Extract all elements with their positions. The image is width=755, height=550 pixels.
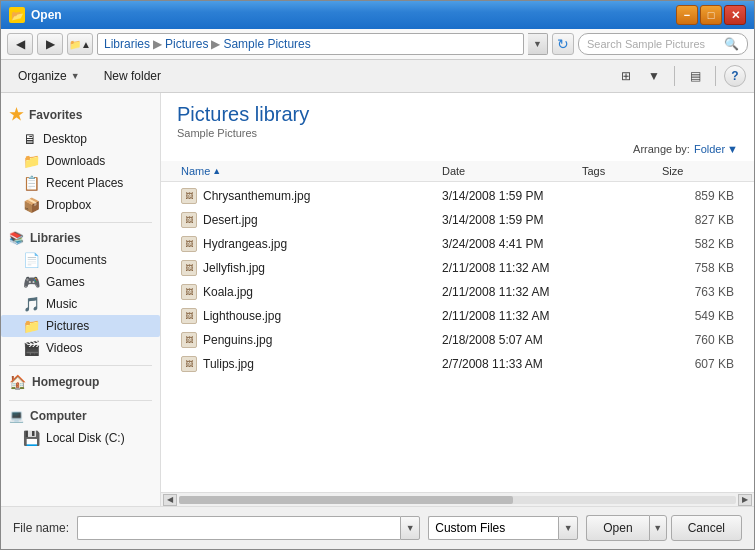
table-row[interactable]: 🖼 Koala.jpg 2/11/2008 11:32 AM 763 KB	[161, 280, 754, 304]
file-icon: 🖼	[181, 188, 197, 204]
breadcrumb-pictures[interactable]: Pictures	[165, 37, 208, 51]
file-icon: 🖼	[181, 260, 197, 276]
breadcrumb-libraries[interactable]: Libraries	[104, 37, 150, 51]
table-row[interactable]: 🖼 Lighthouse.jpg 2/11/2008 11:32 AM 549 …	[161, 304, 754, 328]
open-dialog: 📂 Open − □ ✕ ◀ ▶ 📁▲ Libraries ▶ Pictures…	[0, 0, 755, 550]
file-size-cell: 760 KB	[658, 330, 738, 350]
sidebar-divider-1	[9, 222, 152, 223]
cancel-button[interactable]: Cancel	[671, 515, 742, 541]
sidebar-item-music[interactable]: 🎵 Music	[1, 293, 160, 315]
search-box[interactable]: Search Sample Pictures 🔍	[578, 33, 748, 55]
sidebar-item-recent-places[interactable]: 📋 Recent Places	[1, 172, 160, 194]
close-button[interactable]: ✕	[724, 5, 746, 25]
scroll-left-arrow[interactable]: ◀	[163, 494, 177, 506]
file-name-cell: 🖼 Penguins.jpg	[177, 330, 438, 350]
sidebar-item-desktop[interactable]: 🖥 Desktop	[1, 128, 160, 150]
open-button[interactable]: Open	[586, 515, 648, 541]
file-name: Jellyfish.jpg	[203, 261, 265, 275]
sidebar-item-documents[interactable]: 📄 Documents	[1, 249, 160, 271]
arrange-bar: Arrange by: Folder ▼	[161, 143, 754, 161]
sidebar-item-label: Documents	[46, 253, 107, 267]
sidebar-item-downloads[interactable]: 📁 Downloads	[1, 150, 160, 172]
favorites-label: Favorites	[29, 108, 82, 122]
file-tags-cell	[578, 330, 658, 350]
arrange-label: Arrange by:	[633, 143, 690, 155]
library-title: Pictures library	[177, 103, 738, 126]
file-icon: 🖼	[181, 356, 197, 372]
col-name[interactable]: Name ▲	[177, 163, 438, 179]
search-icon: 🔍	[724, 37, 739, 51]
table-row[interactable]: 🖼 Tulips.jpg 2/7/2008 11:33 AM 607 KB	[161, 352, 754, 376]
sidebar-item-local-disk[interactable]: 💾 Local Disk (C:)	[1, 427, 160, 449]
filename-input-wrap: ▼	[77, 516, 420, 540]
breadcrumb-dropdown[interactable]: ▼	[528, 33, 548, 55]
scroll-right-arrow[interactable]: ▶	[738, 494, 752, 506]
col-size[interactable]: Size	[658, 163, 738, 179]
file-area: Pictures library Sample Pictures Arrange…	[161, 93, 754, 506]
file-icon: 🖼	[181, 212, 197, 228]
open-button-arrow[interactable]: ▼	[649, 515, 667, 541]
sidebar-item-games[interactable]: 🎮 Games	[1, 271, 160, 293]
breadcrumb-sample-pictures[interactable]: Sample Pictures	[223, 37, 310, 51]
breadcrumb[interactable]: Libraries ▶ Pictures ▶ Sample Pictures	[97, 33, 524, 55]
dropbox-icon: 📦	[23, 197, 40, 213]
file-size-cell: 549 KB	[658, 306, 738, 326]
filetype-dropdown[interactable]: Custom Files	[428, 516, 558, 540]
help-button[interactable]: ?	[724, 65, 746, 87]
scroll-track[interactable]	[179, 496, 736, 504]
arrange-dropdown-arrow: ▼	[727, 143, 738, 155]
sidebar-item-dropbox[interactable]: 📦 Dropbox	[1, 194, 160, 216]
col-tags[interactable]: Tags	[578, 163, 658, 179]
minimize-button[interactable]: −	[676, 5, 698, 25]
bottom-bar: File name: ▼ Custom Files ▼ Open ▼ Cance…	[1, 506, 754, 549]
window-controls: − □ ✕	[676, 5, 746, 25]
documents-icon: 📄	[23, 252, 40, 268]
table-row[interactable]: 🖼 Hydrangeas.jpg 3/24/2008 4:41 PM 582 K…	[161, 232, 754, 256]
filetype-dropdown-button[interactable]: ▼	[558, 516, 578, 540]
table-row[interactable]: 🖼 Penguins.jpg 2/18/2008 5:07 AM 760 KB	[161, 328, 754, 352]
favorites-star-icon: ★	[9, 105, 23, 124]
file-name-cell: 🖼 Lighthouse.jpg	[177, 306, 438, 326]
back-button[interactable]: ◀	[7, 33, 33, 55]
favorites-header[interactable]: ★ Favorites	[1, 101, 160, 128]
refresh-button[interactable]: ↻	[552, 33, 574, 55]
up-button[interactable]: 📁▲	[67, 33, 93, 55]
filename-input[interactable]	[77, 516, 400, 540]
libraries-header[interactable]: 📚 Libraries	[1, 227, 160, 249]
col-date[interactable]: Date	[438, 163, 578, 179]
filename-dropdown-button[interactable]: ▼	[400, 516, 420, 540]
sidebar-item-videos[interactable]: 🎬 Videos	[1, 337, 160, 359]
organize-button[interactable]: Organize ▼	[9, 64, 89, 88]
file-size-cell: 582 KB	[658, 234, 738, 254]
table-row[interactable]: 🖼 Chrysanthemum.jpg 3/14/2008 1:59 PM 85…	[161, 184, 754, 208]
file-list: 🖼 Chrysanthemum.jpg 3/14/2008 1:59 PM 85…	[161, 182, 754, 492]
sidebar-item-pictures[interactable]: 📁 Pictures	[1, 315, 160, 337]
view-grid-button[interactable]: ⊞	[614, 65, 638, 87]
arrange-dropdown[interactable]: Folder ▼	[694, 143, 738, 155]
recent-places-icon: 📋	[23, 175, 40, 191]
games-icon: 🎮	[23, 274, 40, 290]
preview-pane-button[interactable]: ▤	[683, 65, 707, 87]
computer-header[interactable]: 💻 Computer	[1, 405, 160, 427]
file-size-cell: 827 KB	[658, 210, 738, 230]
view-dropdown-button[interactable]: ▼	[642, 65, 666, 87]
maximize-button[interactable]: □	[700, 5, 722, 25]
sidebar: ★ Favorites 🖥 Desktop 📁 Downloads 📋 Rece…	[1, 93, 161, 506]
forward-button[interactable]: ▶	[37, 33, 63, 55]
file-icon: 🖼	[181, 308, 197, 324]
sidebar-item-label: Pictures	[46, 319, 89, 333]
file-name-cell: 🖼 Tulips.jpg	[177, 354, 438, 374]
toolbar-separator2	[715, 66, 716, 86]
computer-label: Computer	[30, 409, 87, 423]
homegroup-header[interactable]: 🏠 Homegroup	[1, 370, 160, 394]
file-date-cell: 2/11/2008 11:32 AM	[438, 258, 578, 278]
file-date-cell: 2/11/2008 11:32 AM	[438, 282, 578, 302]
new-folder-button[interactable]: New folder	[95, 64, 170, 88]
table-row[interactable]: 🖼 Desert.jpg 3/14/2008 1:59 PM 827 KB	[161, 208, 754, 232]
scroll-thumb[interactable]	[179, 496, 513, 504]
table-row[interactable]: 🖼 Jellyfish.jpg 2/11/2008 11:32 AM 758 K…	[161, 256, 754, 280]
sidebar-item-label: Dropbox	[46, 198, 91, 212]
horizontal-scrollbar[interactable]: ◀ ▶	[161, 492, 754, 506]
sidebar-item-label: Music	[46, 297, 77, 311]
file-size-cell: 859 KB	[658, 186, 738, 206]
